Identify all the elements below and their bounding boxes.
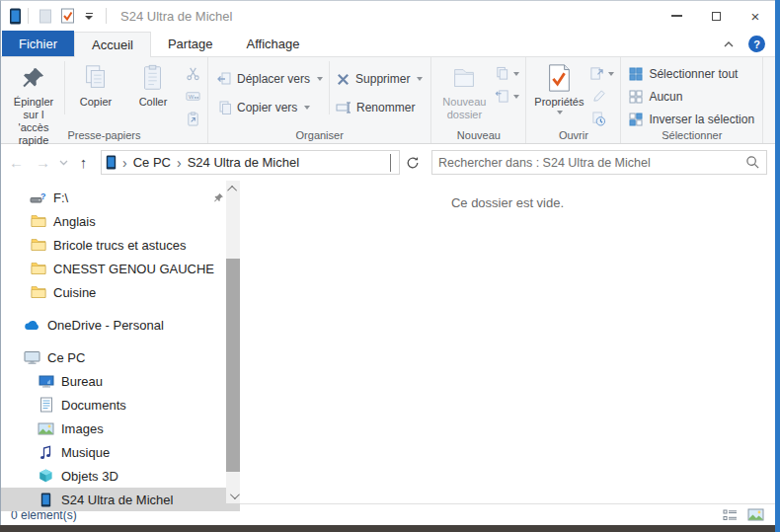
select-none-button[interactable]: Aucun: [625, 86, 758, 107]
search-input[interactable]: [438, 156, 745, 170]
sidebar-item-objets-3d[interactable]: Objets 3D: [1, 464, 240, 488]
help-icon[interactable]: ?: [748, 36, 765, 52]
folder-view[interactable]: Ce dossier est vide.: [240, 181, 775, 503]
scrollbar-thumb[interactable]: [226, 259, 240, 472]
ribbon-group-open: Propriétés Ouvrir: [526, 57, 621, 143]
cut-icon[interactable]: [182, 63, 203, 84]
qat-file-icon[interactable]: [35, 5, 56, 27]
explorer-window: S24 Ultra de Michel × Fichier Accueil Pa…: [0, 0, 776, 525]
paste-shortcut-icon[interactable]: [182, 109, 203, 129]
sidebar-item-anglais[interactable]: Anglais: [1, 209, 240, 233]
back-button[interactable]: ←: [3, 150, 30, 176]
ribbon-group-clipboard: Épingler sur l 'accès rapide Copier Coll…: [1, 57, 208, 143]
desktop-icon: [38, 373, 54, 390]
group-label-select: Sélectionner: [621, 129, 762, 141]
details-view-icon[interactable]: [720, 506, 740, 524]
sidebar-item-documents[interactable]: Documents: [1, 393, 240, 417]
copy-path-icon[interactable]: W: [182, 86, 203, 107]
address-bar[interactable]: › Ce PC › S24 Ultra de Michel: [101, 150, 400, 175]
folder-icon: [30, 237, 46, 254]
sidebar-item-f-drive[interactable]: ? F:\: [1, 186, 240, 209]
minimize-button[interactable]: [657, 1, 696, 31]
chevron-down-icon: [608, 72, 614, 76]
recent-locations-icon[interactable]: [56, 150, 70, 176]
pictures-icon: [38, 420, 54, 437]
tab-fichier[interactable]: Fichier: [2, 31, 74, 56]
qat-properties-icon[interactable]: [56, 5, 78, 27]
sidebar-item-cuisine[interactable]: Cuisine: [1, 280, 240, 304]
document-icon: [38, 397, 54, 414]
ribbon-group-organize: Déplacer vers Copier vers Suppr: [208, 57, 431, 143]
delete-button[interactable]: Supprimer: [332, 68, 427, 90]
rename-button[interactable]: Renommer: [332, 97, 427, 118]
chevron-down-icon: [417, 77, 423, 81]
move-to-button[interactable]: Déplacer vers: [212, 68, 327, 90]
window-controls: ×: [657, 1, 775, 31]
maximize-button[interactable]: [696, 1, 736, 31]
tab-partage[interactable]: Partage: [151, 32, 230, 56]
sidebar-item-onedrive[interactable]: OneDrive - Personal: [1, 313, 240, 337]
edit-icon[interactable]: [587, 86, 609, 107]
select-none-icon: [629, 90, 643, 104]
copy-to-button[interactable]: Copier vers: [212, 97, 327, 118]
sidebar-item-musique[interactable]: Musique: [1, 440, 240, 464]
breadcrumb-chevron: ›: [171, 156, 188, 170]
breadcrumb-ce-pc[interactable]: Ce PC: [133, 155, 171, 170]
chevron-down-icon: [513, 95, 519, 99]
new-folder-icon: [449, 62, 479, 94]
cube-3d-icon: [38, 468, 54, 485]
pushpin-icon: [20, 62, 47, 94]
scroll-up-icon[interactable]: [226, 181, 240, 196]
breadcrumb-chevron: ›: [117, 156, 133, 170]
sidebar-item-cnesst[interactable]: CNESST GENOU GAUCHE: [1, 257, 240, 280]
rename-icon: [336, 100, 351, 115]
easy-access-button[interactable]: [493, 86, 521, 107]
folder-icon: [30, 213, 46, 230]
history-icon[interactable]: [587, 109, 609, 129]
navigation-bar: ← → ↑ › Ce PC › S24 Ultra de Michel: [1, 144, 775, 181]
new-folder-button[interactable]: Nouveau dossier: [435, 57, 493, 121]
sidebar-item-bureau[interactable]: Bureau: [1, 369, 240, 393]
select-all-button[interactable]: Sélectionner tout: [625, 63, 758, 84]
copy-to-icon: [216, 100, 232, 115]
collapse-ribbon-icon[interactable]: [723, 39, 735, 48]
thumbnails-view-icon[interactable]: [745, 506, 765, 524]
divider: [64, 61, 65, 114]
ribbon-group-new: Nouveau dossier Nouveau: [431, 57, 526, 143]
paste-button[interactable]: Coller: [124, 57, 182, 109]
up-button[interactable]: ↑: [70, 150, 97, 176]
properties-icon: [545, 62, 573, 94]
sidebar-scrollbar[interactable]: [226, 181, 240, 503]
invert-selection-button[interactable]: Inverser la sélection: [625, 109, 758, 129]
paste-icon: [138, 62, 168, 94]
address-dropdown-icon[interactable]: [386, 154, 395, 172]
scroll-down-icon[interactable]: [226, 488, 240, 503]
sidebar-item-ce-pc[interactable]: Ce PC: [1, 345, 240, 369]
forward-button[interactable]: →: [30, 150, 56, 176]
sidebar-item-s24-ultra[interactable]: S24 Ultra de Michel: [1, 488, 240, 511]
refresh-icon[interactable]: [400, 150, 426, 176]
group-label-organize: Organiser: [208, 129, 430, 141]
divider: [329, 61, 330, 114]
search-icon[interactable]: [745, 155, 760, 170]
properties-button[interactable]: Propriétés: [530, 57, 587, 114]
breadcrumb-current-folder[interactable]: S24 Ultra de Michel: [188, 155, 299, 170]
group-label-clipboard: Presse-papiers: [1, 129, 207, 141]
pin-icon: [213, 192, 224, 203]
sidebar-item-bricole[interactable]: Bricole trucs et astuces: [1, 233, 240, 257]
search-box: [431, 150, 767, 175]
chevron-down-icon: [557, 111, 563, 114]
phone-icon: [38, 492, 54, 508]
invert-selection-icon: [629, 113, 643, 126]
tab-accueil[interactable]: Accueil: [74, 32, 151, 57]
ribbon-tab-row: Fichier Accueil Partage Affichage ?: [1, 31, 775, 57]
qat-customize-dropdown-icon[interactable]: [78, 5, 100, 27]
close-button[interactable]: ×: [736, 1, 775, 31]
new-item-button[interactable]: [493, 63, 521, 84]
tab-affichage[interactable]: Affichage: [229, 32, 316, 56]
copy-button[interactable]: Copier: [67, 57, 124, 109]
open-button[interactable]: [587, 63, 616, 84]
move-to-icon: [216, 71, 232, 87]
phone-location-icon: [106, 155, 117, 170]
sidebar-item-images[interactable]: Images: [1, 417, 240, 440]
